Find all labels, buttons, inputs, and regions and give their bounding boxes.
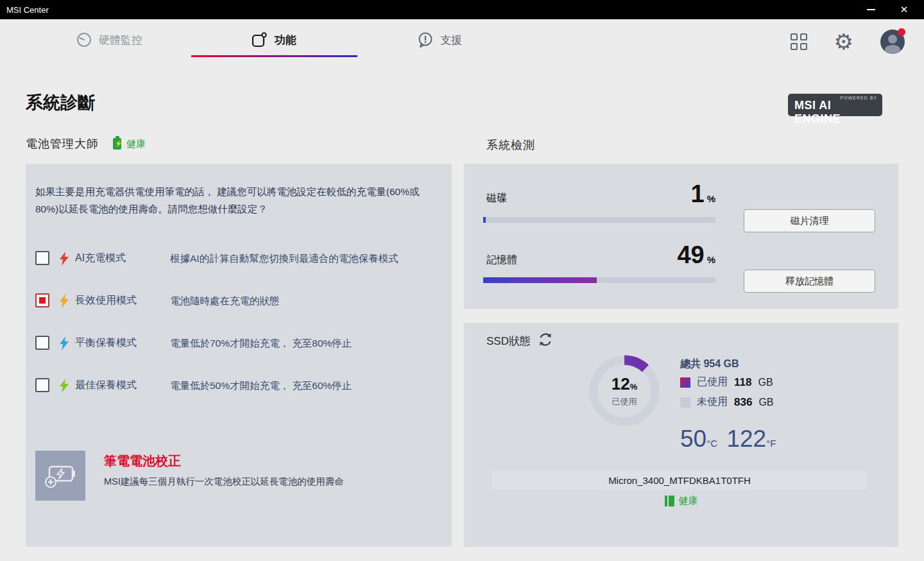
disk-value: 1% [464, 180, 715, 208]
free-legend-value: 836 [734, 396, 752, 409]
tab-features[interactable]: 功能 [250, 29, 296, 51]
app-title: MSI Center [6, 5, 49, 15]
used-legend-value: 118 [734, 376, 751, 389]
ai-charge-checkbox[interactable] [35, 251, 49, 265]
used-legend-label: 已使用 [697, 375, 728, 389]
mode-description: 根據AI的計算自動幫您切換到最適合的電池保養模式 [170, 252, 440, 266]
gauge-icon [76, 31, 92, 48]
mode-label[interactable]: AI充電模式 [75, 252, 170, 265]
tab-label: 功能 [275, 33, 296, 47]
ssd-health-label: 健康 [679, 495, 698, 507]
close-button[interactable]: ✕ [889, 0, 919, 19]
close-icon: ✕ [900, 4, 909, 15]
mode-row-ai-charge: AI充電模式 根據AI的計算自動幫您切換到最適合的電池保養模式 [35, 251, 440, 266]
mode-row-balanced: 平衡保養模式 電量低於70%才開始充電， 充至80%停止 [35, 336, 440, 350]
mode-description: 電池隨時處在充電的狀態 [170, 294, 440, 308]
used-legend-unit: GB [758, 377, 773, 388]
minimize-button[interactable] [856, 0, 886, 19]
mode-label[interactable]: 平衡保養模式 [75, 336, 170, 350]
ssd-temperature: 50°C 122°F [680, 426, 776, 453]
battery-intro-text: 如果主要是用充電器供電使用筆電的話， 建議您可以將電池設定在較低的充電量(60%… [35, 183, 436, 218]
system-check-panel: 磁碟 1% 磁片清理 記憶體 49% 釋放記憶體 [464, 164, 898, 309]
user-avatar[interactable] [880, 30, 905, 54]
ssd-percent-unit: % [630, 382, 638, 392]
mode-row-long-life: 長效使用模式 電池隨時處在充電的狀態 [35, 293, 440, 308]
used-legend-swatch [680, 377, 690, 388]
ssd-usage-donut: 12% 已使用 [585, 351, 664, 431]
active-tab-underline [191, 55, 357, 57]
features-icon [250, 31, 268, 49]
battery-section-title: 電池管理大師 [26, 136, 99, 151]
ssd-drive-icon [665, 496, 674, 506]
balanced-checkbox[interactable] [35, 336, 49, 350]
ssd-free-legend: 未使用 836 GB [680, 395, 774, 409]
temp-fahrenheit-unit: °F [766, 438, 776, 449]
ssd-used-caption: 已使用 [585, 396, 664, 408]
battery-calibration-tile[interactable] [35, 451, 85, 501]
disk-progress-fill [483, 217, 486, 223]
ssd-model-bar: Micron_3400_MTFDKBA1T0TFH [492, 470, 868, 490]
ssd-health-row: 健康 [464, 495, 898, 507]
support-bubble-icon [417, 31, 434, 48]
battery-calibration-icon [43, 462, 78, 490]
memory-value: 49% [464, 241, 715, 269]
free-legend-label: 未使用 [697, 395, 728, 409]
mode-row-best-care: 最佳保養模式 電量低於50%才開始充電， 充至60%停止 [35, 378, 440, 393]
page-title: 系統診斷 [26, 91, 95, 114]
free-memory-button[interactable]: 釋放記憶體 [744, 270, 875, 293]
temp-fahrenheit-value: 122 [726, 426, 766, 452]
ssd-used-legend: 已使用 118 GB [680, 375, 773, 389]
battery-health-label: 健康 [126, 138, 146, 150]
msi-ai-engine-badge: POWERED BY MSI AI ENGINE [788, 94, 882, 116]
disk-cleanup-button[interactable]: 磁片清理 [744, 209, 875, 232]
minimize-icon [867, 9, 875, 10]
mode-label[interactable]: 長效使用模式 [75, 294, 170, 307]
best-care-checkbox[interactable] [35, 378, 49, 392]
system-check-title: 系統檢測 [486, 137, 535, 153]
bolt-icon [58, 294, 70, 308]
bolt-icon [58, 379, 70, 393]
battery-calibration-desc: MSI建議每三個月執行一次電池校正以延長電池的使用壽命 [104, 476, 344, 488]
mode-description: 電量低於50%才開始充電， 充至60%停止 [170, 379, 440, 393]
tab-label: 硬體監控 [99, 33, 142, 47]
memory-progress-fill [483, 277, 597, 283]
settings-gear-icon[interactable]: ⚙ [834, 31, 853, 53]
tab-support[interactable]: 支援 [417, 29, 462, 51]
disk-percent-unit: % [707, 193, 715, 204]
ssd-total-label: 總共 954 GB [680, 358, 739, 371]
title-bar: MSI Center [0, 0, 924, 19]
temp-celsius-unit: °C [706, 438, 717, 449]
temp-celsius-value: 50 [680, 426, 706, 452]
tab-hardware-monitor[interactable]: 硬體監控 [76, 29, 142, 51]
notification-dot [898, 28, 905, 36]
disk-progress-track [483, 217, 715, 223]
memory-percent-unit: % [707, 254, 715, 265]
free-legend-swatch [680, 397, 690, 408]
battery-health-icon: ⚡ [113, 138, 121, 150]
battery-panel: 如果主要是用充電器供電使用筆電的話， 建議您可以將電池設定在較低的充電量(60%… [26, 164, 452, 547]
ssd-status-title: SSD狀態 [486, 334, 531, 349]
long-life-checkbox[interactable] [35, 293, 49, 307]
refresh-icon[interactable] [537, 331, 554, 350]
apps-grid-icon[interactable] [791, 33, 807, 50]
ssd-status-panel: SSD狀態 12% 已使用 總共 954 GB [464, 323, 898, 547]
memory-progress-track [483, 277, 715, 283]
battery-calibration-section: 筆電電池校正 MSI建議每三個月執行一次電池校正以延長電池的使用壽命 [35, 451, 344, 501]
disk-percent: 1 [691, 180, 705, 207]
mode-description: 電量低於70%才開始充電， 充至80%停止 [170, 336, 440, 350]
donut-center-text: 12% 已使用 [585, 374, 664, 408]
battery-calibration-title[interactable]: 筆電電池校正 [104, 453, 344, 470]
memory-percent: 49 [677, 241, 704, 268]
bolt-icon [58, 336, 70, 350]
mode-label[interactable]: 最佳保養模式 [75, 379, 170, 392]
ai-engine-label: MSI AI ENGINE [794, 99, 877, 126]
ssd-used-percent: 12 [612, 374, 630, 393]
free-legend-unit: GB [758, 397, 773, 408]
bolt-icon [58, 252, 70, 266]
tab-label: 支援 [440, 33, 462, 47]
